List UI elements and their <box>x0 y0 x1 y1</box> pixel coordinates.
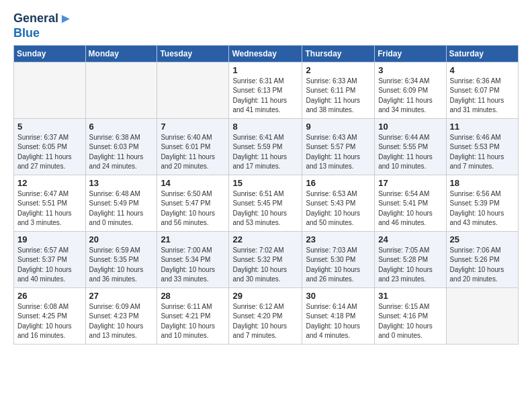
calendar-week-row: 19Sunrise: 6:57 AM Sunset: 5:37 PM Dayli… <box>14 231 519 287</box>
day-info: Sunrise: 6:57 AM Sunset: 5:37 PM Dayligh… <box>17 246 82 285</box>
calendar-day-cell: 20Sunrise: 6:59 AM Sunset: 5:35 PM Dayli… <box>85 231 157 287</box>
calendar-day-cell: 12Sunrise: 6:47 AM Sunset: 5:51 PM Dayli… <box>14 175 86 231</box>
day-info: Sunrise: 6:31 AM Sunset: 6:13 PM Dayligh… <box>232 77 298 116</box>
weekday-header: Friday <box>375 45 446 62</box>
day-number: 9 <box>306 122 371 132</box>
day-info: Sunrise: 6:08 AM Sunset: 4:25 PM Dayligh… <box>17 302 82 341</box>
day-number: 19 <box>17 234 82 244</box>
calendar-day-cell: 28Sunrise: 6:11 AM Sunset: 4:21 PM Dayli… <box>157 287 229 344</box>
day-info: Sunrise: 6:48 AM Sunset: 5:49 PM Dayligh… <box>89 189 154 228</box>
day-info: Sunrise: 6:59 AM Sunset: 5:35 PM Dayligh… <box>89 246 154 285</box>
day-info: Sunrise: 6:33 AM Sunset: 6:11 PM Dayligh… <box>306 77 371 116</box>
day-number: 6 <box>89 122 154 132</box>
calendar-week-row: 12Sunrise: 6:47 AM Sunset: 5:51 PM Dayli… <box>14 175 519 231</box>
day-number: 10 <box>378 122 442 132</box>
weekday-header: Wednesday <box>229 45 302 62</box>
day-info: Sunrise: 6:54 AM Sunset: 5:41 PM Dayligh… <box>378 189 442 228</box>
calendar-day-cell: 8Sunrise: 6:41 AM Sunset: 5:59 PM Daylig… <box>229 118 302 175</box>
calendar-week-row: 26Sunrise: 6:08 AM Sunset: 4:25 PM Dayli… <box>14 287 519 344</box>
logo-general: General <box>13 11 58 26</box>
day-number: 8 <box>232 122 298 132</box>
day-info: Sunrise: 6:09 AM Sunset: 4:23 PM Dayligh… <box>89 302 154 341</box>
logo-arrow-icon: ► <box>59 11 73 26</box>
calendar-day-cell <box>14 62 86 118</box>
logo-blue: Blue <box>13 26 40 41</box>
calendar-day-cell: 16Sunrise: 6:53 AM Sunset: 5:43 PM Dayli… <box>302 175 375 231</box>
day-number: 12 <box>17 178 82 188</box>
day-number: 16 <box>306 178 371 188</box>
calendar-day-cell: 5Sunrise: 6:37 AM Sunset: 6:05 PM Daylig… <box>14 118 86 175</box>
day-number: 2 <box>306 65 371 75</box>
calendar-day-cell: 23Sunrise: 7:03 AM Sunset: 5:30 PM Dayli… <box>302 231 375 287</box>
calendar-day-cell: 6Sunrise: 6:38 AM Sunset: 6:03 PM Daylig… <box>85 118 157 175</box>
day-number: 14 <box>161 178 225 188</box>
calendar-day-cell: 4Sunrise: 6:36 AM Sunset: 6:07 PM Daylig… <box>446 62 518 118</box>
calendar-day-cell: 15Sunrise: 6:51 AM Sunset: 5:45 PM Dayli… <box>229 175 302 231</box>
logo: General ► Blue <box>13 11 73 41</box>
calendar-week-row: 5Sunrise: 6:37 AM Sunset: 6:05 PM Daylig… <box>14 118 519 175</box>
calendar-day-cell <box>157 62 229 118</box>
calendar-day-cell: 3Sunrise: 6:34 AM Sunset: 6:09 PM Daylig… <box>375 62 446 118</box>
day-info: Sunrise: 6:37 AM Sunset: 6:05 PM Dayligh… <box>17 133 82 172</box>
calendar-day-cell: 10Sunrise: 6:44 AM Sunset: 5:55 PM Dayli… <box>375 118 446 175</box>
day-number: 27 <box>89 291 154 301</box>
calendar-day-cell: 26Sunrise: 6:08 AM Sunset: 4:25 PM Dayli… <box>14 287 86 344</box>
day-info: Sunrise: 6:12 AM Sunset: 4:20 PM Dayligh… <box>232 302 298 341</box>
day-number: 5 <box>17 122 82 132</box>
day-number: 11 <box>450 122 515 132</box>
calendar-day-cell: 19Sunrise: 6:57 AM Sunset: 5:37 PM Dayli… <box>14 231 86 287</box>
calendar-day-cell: 13Sunrise: 6:48 AM Sunset: 5:49 PM Dayli… <box>85 175 157 231</box>
day-info: Sunrise: 6:46 AM Sunset: 5:53 PM Dayligh… <box>450 133 515 172</box>
day-info: Sunrise: 6:44 AM Sunset: 5:55 PM Dayligh… <box>378 133 442 172</box>
day-info: Sunrise: 6:53 AM Sunset: 5:43 PM Dayligh… <box>306 189 371 228</box>
day-number: 17 <box>378 178 442 188</box>
calendar-day-cell: 18Sunrise: 6:56 AM Sunset: 5:39 PM Dayli… <box>446 175 518 231</box>
day-number: 24 <box>378 234 442 244</box>
day-info: Sunrise: 6:34 AM Sunset: 6:09 PM Dayligh… <box>378 77 442 116</box>
day-number: 3 <box>378 65 442 75</box>
day-number: 13 <box>89 178 154 188</box>
day-number: 21 <box>161 234 225 244</box>
weekday-header: Thursday <box>302 45 375 62</box>
day-number: 25 <box>450 234 515 244</box>
weekday-header: Monday <box>85 45 157 62</box>
calendar-day-cell: 1Sunrise: 6:31 AM Sunset: 6:13 PM Daylig… <box>229 62 302 118</box>
calendar-day-cell <box>85 62 157 118</box>
calendar-day-cell: 27Sunrise: 6:09 AM Sunset: 4:23 PM Dayli… <box>85 287 157 344</box>
day-info: Sunrise: 6:40 AM Sunset: 6:01 PM Dayligh… <box>161 133 225 172</box>
calendar-day-cell: 30Sunrise: 6:14 AM Sunset: 4:18 PM Dayli… <box>302 287 375 344</box>
weekday-header: Tuesday <box>157 45 229 62</box>
calendar-day-cell: 21Sunrise: 7:00 AM Sunset: 5:34 PM Dayli… <box>157 231 229 287</box>
day-number: 28 <box>161 291 225 301</box>
day-info: Sunrise: 7:05 AM Sunset: 5:28 PM Dayligh… <box>378 246 442 285</box>
day-info: Sunrise: 7:00 AM Sunset: 5:34 PM Dayligh… <box>161 246 225 285</box>
day-info: Sunrise: 6:56 AM Sunset: 5:39 PM Dayligh… <box>450 189 515 228</box>
day-info: Sunrise: 7:02 AM Sunset: 5:32 PM Dayligh… <box>232 246 298 285</box>
day-number: 7 <box>161 122 225 132</box>
calendar-day-cell: 29Sunrise: 6:12 AM Sunset: 4:20 PM Dayli… <box>229 287 302 344</box>
day-info: Sunrise: 6:43 AM Sunset: 5:57 PM Dayligh… <box>306 133 371 172</box>
day-number: 20 <box>89 234 154 244</box>
day-info: Sunrise: 7:03 AM Sunset: 5:30 PM Dayligh… <box>306 246 371 285</box>
calendar-day-cell: 11Sunrise: 6:46 AM Sunset: 5:53 PM Dayli… <box>446 118 518 175</box>
calendar-day-cell: 17Sunrise: 6:54 AM Sunset: 5:41 PM Dayli… <box>375 175 446 231</box>
day-info: Sunrise: 6:15 AM Sunset: 4:16 PM Dayligh… <box>378 302 442 341</box>
day-number: 1 <box>232 65 298 75</box>
page-container: General ► Blue SundayMondayTuesdayWednes… <box>0 0 532 355</box>
day-info: Sunrise: 6:41 AM Sunset: 5:59 PM Dayligh… <box>232 133 298 172</box>
day-number: 26 <box>17 291 82 301</box>
day-info: Sunrise: 6:50 AM Sunset: 5:47 PM Dayligh… <box>161 189 225 228</box>
day-info: Sunrise: 6:38 AM Sunset: 6:03 PM Dayligh… <box>89 133 154 172</box>
weekday-header: Saturday <box>446 45 518 62</box>
calendar-day-cell: 25Sunrise: 7:06 AM Sunset: 5:26 PM Dayli… <box>446 231 518 287</box>
day-number: 31 <box>378 291 442 301</box>
day-info: Sunrise: 6:47 AM Sunset: 5:51 PM Dayligh… <box>17 189 82 228</box>
day-info: Sunrise: 6:14 AM Sunset: 4:18 PM Dayligh… <box>306 302 371 341</box>
calendar-day-cell: 14Sunrise: 6:50 AM Sunset: 5:47 PM Dayli… <box>157 175 229 231</box>
calendar-header-row: SundayMondayTuesdayWednesdayThursdayFrid… <box>14 45 519 62</box>
weekday-header: Sunday <box>14 45 86 62</box>
day-info: Sunrise: 7:06 AM Sunset: 5:26 PM Dayligh… <box>450 246 515 285</box>
calendar-day-cell: 24Sunrise: 7:05 AM Sunset: 5:28 PM Dayli… <box>375 231 446 287</box>
day-info: Sunrise: 6:36 AM Sunset: 6:07 PM Dayligh… <box>450 77 515 116</box>
day-info: Sunrise: 6:51 AM Sunset: 5:45 PM Dayligh… <box>232 189 298 228</box>
